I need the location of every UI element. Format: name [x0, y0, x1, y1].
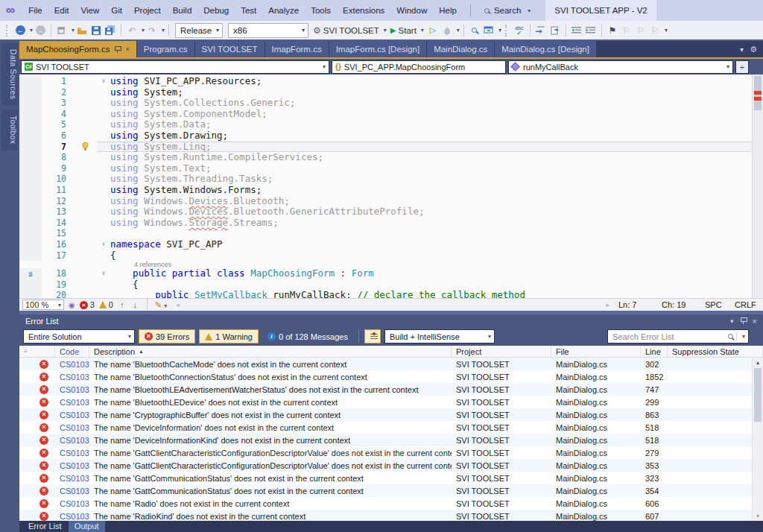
scroll-up-arrow[interactable]: ▴ — [753, 359, 763, 366]
redo-button[interactable]: ↷ — [145, 22, 159, 38]
code-line[interactable]: 15 — [19, 228, 752, 239]
navigate-back-dropdown[interactable]: ▾ — [30, 27, 33, 34]
tab-svi-toolset[interactable]: SVI TOOLSET — [195, 41, 265, 57]
code-line[interactable]: 4using System.ComponentModel; — [19, 109, 752, 120]
previous-issue-button[interactable]: ↑ — [118, 300, 127, 309]
new-project-button[interactable] — [55, 22, 69, 38]
error-row[interactable]: ×CS0103The name 'BluetoothCacheMode' doe… — [19, 358, 752, 370]
error-row[interactable]: ×CS0103The name 'BluetoothConnectionStat… — [19, 370, 752, 383]
redo-dropdown[interactable]: ▾ — [162, 27, 165, 34]
column-header-description[interactable]: Description▲ — [89, 346, 452, 357]
scroll-down-arrow[interactable]: ▾ — [753, 513, 763, 519]
column-header-line[interactable]: Line — [641, 346, 668, 357]
zoom-select[interactable]: 100 %▾ — [22, 300, 64, 310]
error-row[interactable]: ×CS0103The name 'RadioKind' does not exi… — [19, 510, 752, 521]
pin-icon[interactable] — [115, 46, 120, 53]
tab-imapform-cs[interactable]: ImapForm.cs — [265, 41, 329, 57]
increase-indent-button[interactable] — [584, 22, 598, 38]
spell-checker-button[interactable]: abc✓ — [513, 22, 526, 38]
code-cleanup-button[interactable]: ✎▾ — [155, 300, 167, 310]
panel-title-bar[interactable]: Error List ▾ × — [19, 314, 763, 327]
undo-button[interactable]: ↶ — [125, 22, 139, 38]
menu-git[interactable]: Git — [105, 0, 128, 21]
view-code-button[interactable] — [548, 22, 562, 38]
editor-vertical-scrollbar[interactable] — [752, 75, 763, 298]
sync-dropdown[interactable]: ▾ — [498, 27, 501, 34]
previous-bookmark-button[interactable]: ⚐ — [620, 22, 633, 38]
panel-tab-error-list[interactable]: Error List — [22, 521, 68, 532]
code-line[interactable]: 3using System.Collections.Generic; — [19, 98, 752, 109]
clear-bookmarks-button[interactable]: ⚐ — [648, 22, 662, 38]
find-in-files-button[interactable] — [468, 22, 481, 38]
spaces-indicator[interactable]: SPC — [705, 300, 730, 309]
code-line[interactable]: 20 public SetMyCallback runMyCallBack; /… — [19, 290, 752, 298]
messages-filter-button[interactable]: i0 of 128 Messages — [262, 332, 353, 341]
menu-view[interactable]: View — [75, 0, 105, 21]
errors-filter-button[interactable]: ×39 Errors — [139, 329, 195, 343]
error-row[interactable]: ×CS0103The name 'GattCommunicationStatus… — [19, 484, 752, 497]
error-row[interactable]: ×CS0103The name 'Radio' does not exist i… — [19, 497, 752, 510]
code-line[interactable]: 13using Windows.Devices.Bluetooth.Generi… — [19, 206, 752, 218]
member-dropdown[interactable]: runMyCallBack ▾ — [508, 60, 733, 74]
pin-icon[interactable] — [741, 317, 746, 324]
menu-debug[interactable]: Debug — [197, 0, 235, 21]
close-icon[interactable]: × — [753, 317, 757, 326]
start-without-debugging-button[interactable]: ▷ — [426, 22, 440, 38]
open-file-button[interactable] — [75, 22, 89, 38]
column-header-suppression-state[interactable]: Suppression State — [668, 346, 763, 357]
live-share-icon[interactable]: ◉ — [69, 301, 75, 309]
code-line[interactable]: 14using Windows.Storage.Streams; — [19, 218, 752, 229]
undo-dropdown[interactable]: ▾ — [142, 27, 145, 34]
error-code[interactable]: CS0103 — [55, 398, 89, 407]
error-code[interactable]: CS0103 — [55, 385, 89, 394]
scroll-right-arrow[interactable]: ▸ — [606, 301, 610, 308]
tab-imapform-cs-design[interactable]: ImapForm.cs [Design] — [329, 41, 426, 57]
filter-button[interactable] — [364, 329, 381, 343]
code-line[interactable]: 8using System.Runtime.CompilerServices; — [19, 152, 752, 163]
error-code[interactable]: CS0103 — [55, 411, 89, 419]
type-dropdown[interactable]: {} SVI_PC_APP.MapChoosingForm — [332, 60, 506, 74]
panel-tab-output[interactable]: Output — [69, 521, 105, 532]
scroll-left-arrow[interactable]: ◂ — [176, 301, 180, 308]
error-row[interactable]: ×CS0103The name 'DeviceInformationKind' … — [19, 434, 752, 446]
menu-file[interactable]: File — [22, 0, 48, 21]
toggle-bookmark-button[interactable]: ⚑ — [606, 22, 619, 38]
search-input[interactable] — [611, 332, 725, 342]
navigate-to-button[interactable] — [534, 22, 548, 38]
navigate-back-button[interactable]: ← — [13, 22, 27, 38]
hot-reload-dropdown[interactable]: ▾ — [457, 27, 460, 34]
code-line[interactable]: 7using System.Linq; — [19, 142, 752, 153]
error-code[interactable]: CS0103 — [55, 512, 89, 521]
save-button[interactable] — [89, 22, 103, 38]
document-warnings-indicator[interactable]: 0 — [99, 300, 113, 309]
save-all-button[interactable] — [104, 22, 117, 38]
column-header-project[interactable]: Project — [452, 346, 551, 357]
window-position-dropdown[interactable]: ▾ — [730, 317, 734, 325]
start-debugging-button[interactable]: ▶Start▾ — [389, 22, 425, 38]
column-header-file[interactable]: File — [551, 346, 641, 357]
toolbar-grip[interactable] — [505, 25, 509, 37]
code-line[interactable]: 9using System.Text; — [19, 163, 752, 174]
error-row[interactable]: ×CS0103The name 'GattClientCharacteristi… — [19, 446, 752, 459]
navigate-forward-button[interactable]: → — [34, 22, 47, 38]
error-code[interactable]: CS0103 — [55, 461, 89, 470]
scrollbar-thumb[interactable] — [754, 368, 762, 422]
bookmarks-dropdown[interactable]: ▾ — [665, 27, 668, 34]
fold-chevron-icon[interactable]: ∨ — [97, 239, 110, 250]
error-row[interactable]: ×CS0103The name 'GattClientCharacteristi… — [19, 459, 752, 472]
menu-build[interactable]: Build — [167, 0, 198, 21]
error-row[interactable]: ×CS0103The name 'CryptographicBuffer' do… — [19, 408, 752, 421]
code-editor[interactable]: 1∨using SVI_PC_APP.Resources;2using Syst… — [19, 75, 763, 298]
error-code[interactable]: CS0103 — [55, 499, 89, 508]
close-icon[interactable]: × — [125, 45, 129, 53]
solution-platform-select[interactable]: x86▾ — [228, 23, 308, 38]
code-line[interactable]: 2using System; — [19, 87, 752, 98]
solution-configuration-select[interactable]: Release▾ — [175, 23, 223, 38]
code-line[interactable]: 1∨using SVI_PC_APP.Resources; — [19, 76, 752, 87]
fold-chevron-icon[interactable]: ∨ — [97, 268, 110, 279]
warnings-filter-button[interactable]: 1 Warning — [199, 329, 259, 343]
code-line[interactable]: 19 { — [19, 279, 752, 291]
fold-chevron-icon[interactable]: ∨ — [97, 76, 110, 87]
menu-extensions[interactable]: Extensions — [337, 0, 390, 21]
code-line[interactable]: 11using System.Windows.Forms; — [19, 185, 752, 196]
